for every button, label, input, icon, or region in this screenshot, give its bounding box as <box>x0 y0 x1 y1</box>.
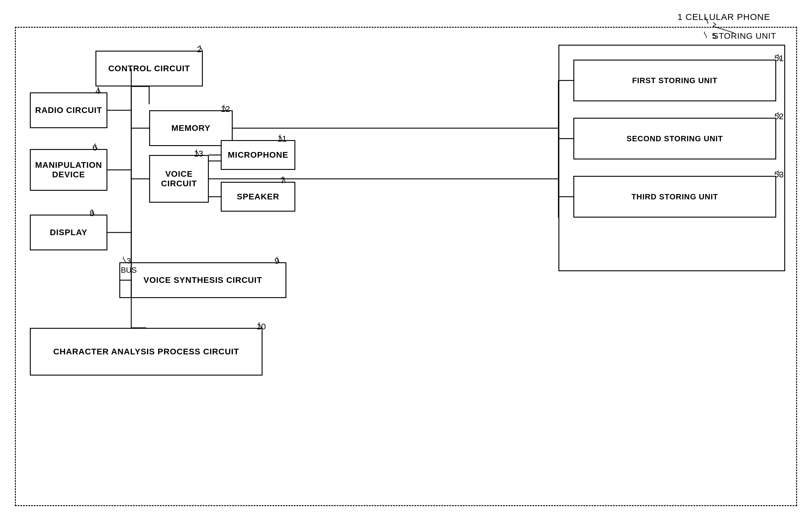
control-circuit-block: CONTROL CIRCUIT <box>95 51 203 86</box>
voice-circuit-block: VOICE CIRCUIT <box>149 155 209 203</box>
voice-synthesis-block: VOICE SYNTHESIS CIRCUIT <box>119 262 286 298</box>
character-analysis-block: CHARACTER ANALYSIS PROCESS CIRCUIT <box>30 328 262 376</box>
storing-unit-label: STORING UNIT <box>713 31 776 41</box>
second-storing-unit-block: SECOND STORING UNIT <box>573 118 776 159</box>
third-storing-unit-block: THIRD STORING UNIT <box>573 176 776 218</box>
display-block: DISPLAY <box>30 214 107 250</box>
memory-block: MEMORY <box>149 110 233 146</box>
speaker-block: SPEAKER <box>221 182 295 212</box>
first-storing-unit-block: FIRST STORING UNIT <box>573 60 776 101</box>
manipulation-device-block: MANIPULATION DEVICE <box>30 149 107 191</box>
diagram-container: 1 CELLULAR PHONE 5 STORING UNIT FIRST ST… <box>12 12 800 509</box>
radio-circuit-block: RADIO CIRCUIT <box>30 92 107 128</box>
microphone-block: MICROPHONE <box>221 140 295 170</box>
cellular-phone-title: 1 CELLULAR PHONE <box>678 12 770 22</box>
